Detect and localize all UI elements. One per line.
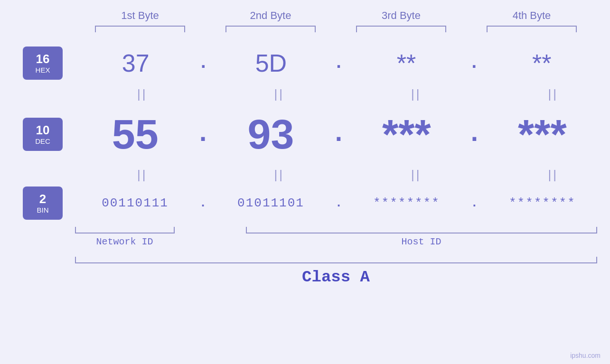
top-brackets <box>75 26 597 32</box>
dec-values: 55 . 93 . *** . *** <box>63 110 610 159</box>
dec-byte4: *** <box>490 110 594 159</box>
bin-dot3: . <box>471 196 479 210</box>
bin-dot2: . <box>335 196 343 210</box>
watermark: ipshu.com <box>570 352 601 359</box>
dec-dot1: . <box>199 117 206 147</box>
bracket-byte1-top <box>95 26 185 32</box>
bottom-section: Network ID Host ID <box>75 227 597 247</box>
eq2-byte2: || <box>227 168 331 182</box>
bin-values: 00110111 . 01011101 . ******** . *******… <box>63 196 610 210</box>
dec-byte2: 93 <box>219 110 323 159</box>
hex-byte3: ** <box>354 49 459 77</box>
bin-byte2: 01011101 <box>219 196 323 210</box>
eq2-byte1: || <box>90 168 195 182</box>
hex-dot2: . <box>336 52 341 72</box>
bottom-brackets <box>75 227 597 233</box>
byte4-header: 4th Byte <box>479 9 584 22</box>
byte1-header: 1st Byte <box>88 9 192 22</box>
dec-dot2: . <box>335 117 342 147</box>
hex-dot1: . <box>201 52 206 72</box>
eq2-byte3: || <box>364 168 469 182</box>
hex-values: 37 . 5D . ** . ** <box>63 49 610 77</box>
hex-byte4: ** <box>489 49 594 77</box>
bin-badge: 2 BIN <box>23 187 63 220</box>
eq1-byte3: || <box>364 87 469 102</box>
dec-byte1: 55 <box>83 110 188 159</box>
hex-dot3: . <box>471 52 477 72</box>
hex-badge-name: HEX <box>36 66 50 74</box>
class-label: Class A <box>302 268 370 286</box>
dec-dot3: . <box>471 117 478 147</box>
eq1-byte2: || <box>227 87 331 102</box>
byte3-header: 3rd Byte <box>349 9 453 22</box>
class-label-row: Class A <box>75 268 597 286</box>
bin-row: 2 BIN 00110111 . 01011101 . ******** . *… <box>0 184 610 222</box>
host-id-label: Host ID <box>246 236 597 247</box>
outer-bracket <box>75 257 597 263</box>
dec-badge-number: 10 <box>36 123 50 137</box>
bin-byte3: ******** <box>354 196 459 210</box>
bin-byte1: 00110111 <box>83 196 188 210</box>
host-bracket <box>246 227 597 233</box>
eq1-byte4: || <box>501 87 605 102</box>
hex-row: 16 HEX 37 . 5D . ** . ** <box>0 42 610 84</box>
byte2-header: 2nd Byte <box>218 9 323 22</box>
main-container: 1st Byte 2nd Byte 3rd Byte 4th Byte 16 H… <box>0 0 610 364</box>
bracket-byte2-top <box>225 26 316 32</box>
byte-headers: 1st Byte 2nd Byte 3rd Byte 4th Byte <box>75 9 597 22</box>
bin-dot1: . <box>199 196 207 210</box>
eq1-byte1: || <box>90 87 195 102</box>
dec-badge: 10 DEC <box>23 118 63 151</box>
hex-badge-number: 16 <box>36 52 50 66</box>
hex-byte2: 5D <box>219 49 323 77</box>
bottom-labels: Network ID Host ID <box>75 236 597 247</box>
network-id-label: Network ID <box>75 236 175 247</box>
equals-row-1: || || || || <box>87 84 609 103</box>
bracket-byte3-top <box>356 26 446 32</box>
dec-badge-name: DEC <box>35 137 50 145</box>
network-bracket <box>75 227 175 233</box>
eq2-byte4: || <box>501 168 605 182</box>
bin-byte4: ******** <box>490 196 594 210</box>
bin-badge-name: BIN <box>37 206 48 214</box>
bin-badge-number: 2 <box>39 192 46 206</box>
bracket-byte4-top <box>487 26 577 32</box>
dec-byte3: *** <box>354 110 459 159</box>
hex-badge: 16 HEX <box>23 47 63 80</box>
equals-row-2: || || || || <box>87 165 609 184</box>
dec-row: 10 DEC 55 . 93 . *** . *** <box>0 103 610 165</box>
hex-byte1: 37 <box>84 49 188 77</box>
